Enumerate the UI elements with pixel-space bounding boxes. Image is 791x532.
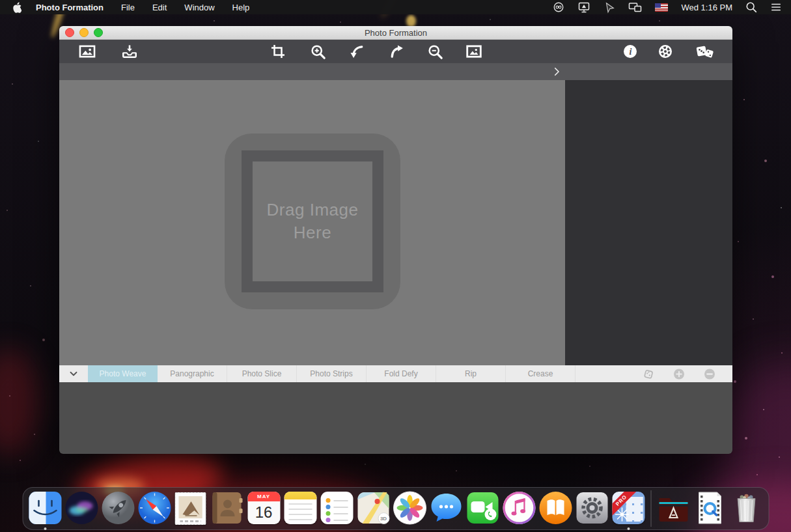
add-plus-icon[interactable]	[673, 368, 685, 380]
tab-panographic[interactable]: Panographic	[158, 365, 227, 382]
window-title-bar[interactable]: Photo Formation	[59, 26, 732, 40]
dock-photos-icon[interactable]	[392, 490, 427, 525]
dock-calendar-icon[interactable]: MAY 16	[246, 490, 281, 525]
tab-bar-actions	[643, 365, 715, 382]
open-image-icon[interactable]	[77, 42, 97, 61]
minimize-button[interactable]	[79, 28, 89, 37]
apple-menu-icon[interactable]	[12, 2, 21, 13]
tab-photo-strips[interactable]: Photo Strips	[297, 365, 367, 382]
side-panel	[565, 80, 732, 365]
window-title: Photo Formation	[365, 28, 427, 38]
content-area: Drag Image Here	[59, 80, 732, 365]
main-toolbar: i	[59, 40, 732, 63]
photo-formation-window: Photo Formation i	[59, 26, 732, 454]
undo-icon[interactable]	[347, 42, 367, 61]
image-canvas: Drag Image Here	[59, 80, 565, 365]
desktop: { "menu_bar": { "app_name": "Photo Forma…	[0, 0, 791, 532]
finder-running-dot	[44, 527, 46, 530]
dock-messages-icon[interactable]	[428, 490, 464, 525]
tab-rip[interactable]: Rip	[436, 365, 506, 382]
tab-photo-weave[interactable]: Photo Weave	[88, 365, 158, 382]
zoom-in-icon[interactable]	[308, 42, 327, 61]
spotlight-search-icon[interactable]	[745, 1, 757, 13]
dock-ibooks-icon[interactable]	[538, 490, 573, 525]
tab-fold-defy[interactable]: Fold Defy	[367, 365, 436, 382]
menu-window[interactable]: Window	[184, 3, 214, 12]
menu-edit[interactable]: Edit	[152, 3, 167, 12]
dock-mail-icon[interactable]	[173, 490, 208, 525]
airplay-display-icon[interactable]	[577, 1, 590, 14]
secondary-bar	[59, 63, 732, 80]
displays-icon[interactable]	[628, 2, 642, 13]
menu-bar-clock[interactable]: Wed 1:16 PM	[681, 3, 732, 12]
drop-zone-placeholder: Drag Image Here	[256, 199, 370, 244]
menu-help[interactable]: Help	[232, 3, 250, 12]
dock-reminders-icon[interactable]	[319, 490, 354, 525]
dock-siri-icon[interactable]	[64, 490, 99, 525]
import-image-icon[interactable]	[120, 42, 139, 61]
dock-system-preferences-icon[interactable]	[574, 490, 609, 525]
dock-facetime-icon[interactable]	[465, 490, 500, 525]
traffic-lights	[65, 26, 103, 39]
dock-trash-icon[interactable]	[729, 490, 764, 525]
redo-icon[interactable]	[387, 42, 406, 61]
dock-notes-icon[interactable]	[283, 490, 318, 525]
us-flag-input-icon[interactable]	[655, 3, 668, 12]
dock-adobe-acrobat-folder-icon[interactable]	[656, 490, 691, 525]
active-app-name[interactable]: Photo Formation	[36, 3, 104, 12]
cursor-tool-icon[interactable]	[604, 1, 615, 14]
menu-file[interactable]: File	[121, 3, 135, 12]
menu-bar-status-area: Wed 1:16 PM	[553, 1, 791, 14]
dock-divider	[650, 490, 651, 527]
tab-photo-slice[interactable]: Photo Slice	[227, 365, 297, 382]
maps-3d-badge: 3D	[378, 512, 389, 524]
dock: MAY 16 3D PRO	[22, 487, 769, 530]
image-effects-icon[interactable]	[464, 42, 484, 61]
calendar-day-label: 16	[247, 501, 280, 523]
dock-itunes-icon[interactable]	[501, 490, 536, 525]
crop-icon[interactable]	[268, 42, 288, 61]
image-drop-zone[interactable]: Drag Image Here	[225, 133, 400, 309]
drop-zone-frame: Drag Image Here	[242, 150, 383, 292]
photo-formation-running-dot	[627, 527, 630, 530]
zoom-button[interactable]	[94, 28, 103, 37]
settings-icon[interactable]	[656, 42, 675, 61]
dock-launchpad-icon[interactable]	[100, 490, 135, 525]
menu-bar: Photo Formation File Edit Window Help We…	[0, 0, 791, 14]
remove-minus-icon[interactable]	[704, 368, 715, 380]
zoom-out-icon[interactable]	[425, 42, 445, 61]
creative-cloud-icon[interactable]	[553, 1, 564, 13]
dock-maps-icon[interactable]: 3D	[355, 490, 391, 525]
dock-finder-icon[interactable]	[27, 490, 62, 525]
info-icon[interactable]: i	[620, 42, 640, 61]
panel-expander-chevron-right-icon[interactable]	[549, 64, 564, 79]
randomize-dice-small-icon[interactable]	[643, 368, 654, 380]
dock-quicktime-document-icon[interactable]	[692, 490, 727, 525]
effect-options-panel	[59, 382, 732, 454]
calendar-month-label: MAY	[247, 492, 280, 501]
effects-tab-bar: Photo Weave Panographic Photo Slice Phot…	[59, 365, 732, 382]
dock-contacts-icon[interactable]	[210, 490, 245, 525]
notification-center-icon[interactable]	[770, 2, 782, 12]
randomize-dice-icon[interactable]	[695, 42, 715, 61]
nebula-red-left	[0, 348, 40, 456]
dock-safari-icon[interactable]	[137, 490, 172, 525]
close-button[interactable]	[65, 28, 74, 37]
dock-photo-formation-pro-icon[interactable]: PRO	[611, 490, 646, 525]
svg-text:i: i	[630, 47, 632, 57]
collapse-chevron-down-icon[interactable]	[59, 365, 88, 382]
tab-crease[interactable]: Crease	[506, 365, 576, 382]
